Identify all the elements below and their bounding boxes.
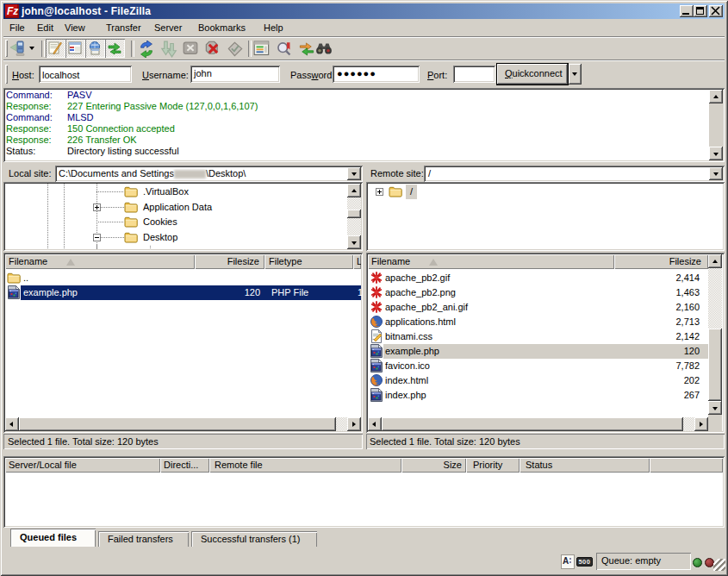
svg-text:Fz: Fz (7, 5, 18, 17)
